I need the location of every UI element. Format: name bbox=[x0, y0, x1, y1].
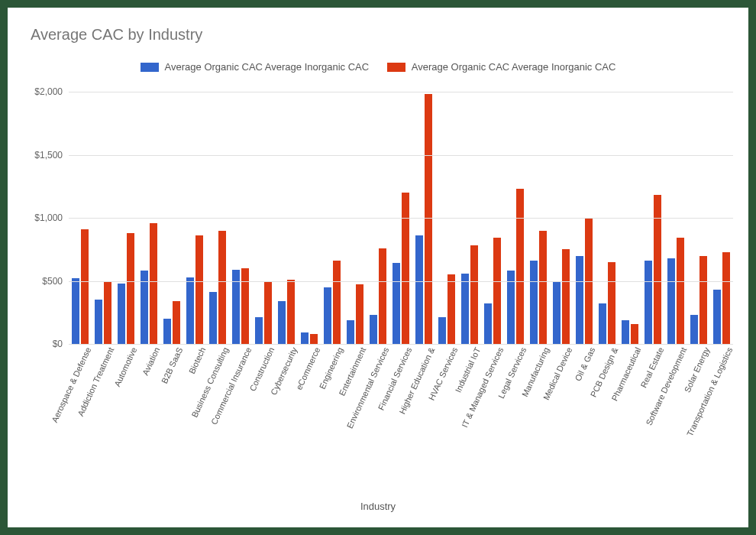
legend-label-1: Average Organic CAC Average Inorganic CA… bbox=[165, 61, 370, 73]
chart-title: Average CAC by Industry bbox=[31, 26, 202, 44]
bar-series-2 bbox=[333, 261, 341, 344]
bar-series-2 bbox=[173, 301, 181, 344]
bar-series-1 bbox=[72, 278, 80, 344]
plot-area: Aerospace & DefenseAddiction TreatmentAu… bbox=[69, 92, 733, 344]
bar-series-1 bbox=[255, 317, 263, 344]
bar-series-1 bbox=[209, 292, 218, 344]
bar-series-1 bbox=[118, 284, 126, 344]
bar-series-2 bbox=[425, 94, 433, 344]
category-label: Automotive bbox=[112, 346, 138, 388]
legend-item-2: Average Organic CAC Average Inorganic CA… bbox=[387, 61, 616, 73]
category-label: Aviation bbox=[141, 346, 161, 377]
bar-series-2 bbox=[104, 281, 112, 345]
bar-series-1 bbox=[622, 320, 630, 344]
bar-series-2 bbox=[608, 262, 616, 344]
bar-series-2 bbox=[195, 235, 204, 344]
legend-item-1: Average Organic CAC Average Inorganic CA… bbox=[141, 61, 370, 73]
grid-line bbox=[69, 344, 733, 345]
bar-series-2 bbox=[470, 245, 479, 344]
bar-series-1 bbox=[370, 315, 378, 344]
bar-series-1 bbox=[141, 271, 149, 344]
bar-series-2 bbox=[699, 256, 708, 345]
grid-line bbox=[69, 281, 733, 282]
bar-series-1 bbox=[324, 287, 332, 344]
bar-series-1 bbox=[415, 235, 424, 344]
grid-line bbox=[69, 218, 733, 219]
legend-swatch-1 bbox=[141, 63, 159, 72]
bar-series-2 bbox=[356, 284, 364, 344]
bar-series-1 bbox=[347, 320, 355, 344]
bar-series-1 bbox=[163, 319, 172, 344]
bar-series-2 bbox=[379, 248, 387, 344]
bar-series-1 bbox=[186, 277, 195, 344]
y-tick-label: $500 bbox=[42, 276, 69, 287]
category-label: IT & Managed Services bbox=[460, 346, 505, 430]
bar-series-2 bbox=[127, 233, 135, 344]
bar-series-1 bbox=[576, 256, 584, 345]
bar-series-2 bbox=[539, 231, 548, 345]
y-tick-label: $1,000 bbox=[34, 212, 69, 223]
bar-series-2 bbox=[447, 274, 456, 344]
bar-series-1 bbox=[393, 263, 401, 344]
bar-series-1 bbox=[461, 274, 470, 344]
bar-series-1 bbox=[667, 258, 676, 344]
bar-series-2 bbox=[722, 252, 731, 344]
bar-series-2 bbox=[493, 238, 502, 344]
category-label: Oil & Gas bbox=[573, 346, 597, 383]
chart-frame: Average CAC by Industry Average Organic … bbox=[8, 8, 748, 527]
bar-series-2 bbox=[516, 189, 525, 344]
bar-series-1 bbox=[690, 315, 699, 344]
grid-line bbox=[69, 155, 733, 156]
bar-series-1 bbox=[599, 303, 607, 344]
bar-series-1 bbox=[301, 332, 309, 344]
legend-swatch-2 bbox=[387, 63, 405, 72]
category-label: Transportation & Logistics bbox=[685, 346, 734, 438]
category-label: B2B SaaS bbox=[160, 346, 184, 385]
category-label: Environmental Services bbox=[345, 346, 391, 430]
bar-series-2 bbox=[264, 282, 273, 344]
bar-series-1 bbox=[95, 300, 103, 344]
bar-series-1 bbox=[484, 303, 493, 344]
y-tick-label: $0 bbox=[53, 339, 69, 349]
bar-series-1 bbox=[507, 271, 515, 344]
bar-series-2 bbox=[218, 231, 227, 345]
legend: Average Organic CAC Average Inorganic CA… bbox=[8, 61, 748, 74]
grid-line bbox=[69, 92, 733, 92]
bar-series-1 bbox=[645, 261, 653, 344]
category-label: Real Estate bbox=[638, 346, 665, 390]
bar-series-2 bbox=[402, 193, 410, 344]
bar-series-1 bbox=[713, 290, 722, 344]
bar-series-2 bbox=[287, 280, 296, 344]
bar-series-1 bbox=[438, 317, 447, 344]
bar-series-2 bbox=[241, 268, 250, 344]
bar-series-1 bbox=[553, 281, 561, 345]
bar-series-2 bbox=[81, 229, 89, 344]
bar-series-1 bbox=[530, 261, 538, 344]
bar-series-2 bbox=[562, 249, 570, 344]
y-tick-label: $2,000 bbox=[34, 86, 69, 97]
bar-series-2 bbox=[631, 324, 639, 344]
bar-series-2 bbox=[677, 238, 685, 344]
category-label: Biotech bbox=[187, 346, 207, 375]
bar-series-2 bbox=[310, 334, 318, 344]
bar-series-2 bbox=[150, 223, 158, 344]
legend-label-2: Average Organic CAC Average Inorganic CA… bbox=[412, 61, 616, 73]
bar-series-1 bbox=[278, 301, 286, 344]
y-tick-label: $1,500 bbox=[34, 150, 69, 160]
x-axis-label: Industry bbox=[8, 501, 748, 512]
